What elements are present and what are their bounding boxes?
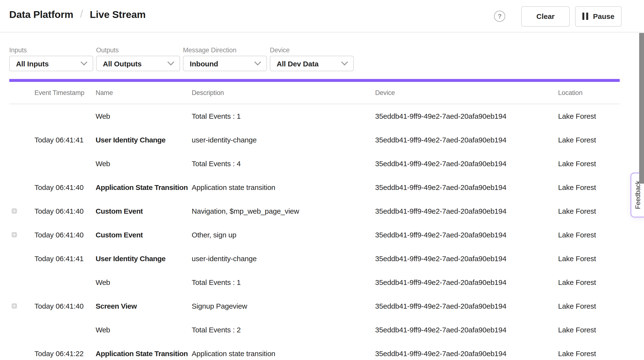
event-location-cell: Lake Forest: [558, 302, 620, 310]
event-location-cell: Lake Forest: [558, 112, 620, 120]
filter-device-label: Device: [270, 47, 354, 53]
vertical-scrollbar-thumb[interactable]: [639, 33, 644, 184]
event-description-cell: Total Events : 4: [192, 160, 375, 168]
event-name-cell: Web: [96, 278, 192, 286]
event-device-cell: 35eddb41-9ff9-49e2-7aed-20afa90eb194: [375, 112, 558, 120]
table-row[interactable]: Today 06:41:40 Custom Event Other, sign …: [9, 223, 620, 247]
event-device-cell: 35eddb41-9ff9-49e2-7aed-20afa90eb194: [375, 207, 558, 215]
event-timestamp-cell: Today 06:41:22: [34, 349, 96, 358]
event-description-cell: Application state transition: [192, 183, 375, 191]
event-device-cell: 35eddb41-9ff9-49e2-7aed-20afa90eb194: [375, 136, 558, 144]
event-name-cell: Application State Transition: [96, 183, 192, 191]
expand-cell: [9, 327, 34, 332]
message-direction-select-value: Inbound: [190, 59, 255, 68]
event-device-cell: 35eddb41-9ff9-49e2-7aed-20afa90eb194: [375, 349, 558, 358]
filter-outputs: Outputs All Outputs: [96, 47, 180, 71]
event-name-cell: User Identity Change: [96, 254, 192, 263]
chevron-down-icon: [341, 59, 348, 65]
page-header: Data Platform / Live Stream ? Clear Paus…: [0, 0, 644, 32]
table-row[interactable]: Web Total Events : 4 35eddb41-9ff9-49e2-…: [9, 152, 620, 176]
table-row[interactable]: Today 06:41:22 Application State Transit…: [9, 342, 620, 360]
event-description-cell: user-identity-change: [192, 254, 375, 263]
outputs-select[interactable]: All Outputs: [96, 56, 180, 71]
inputs-select-value: All Inputs: [16, 59, 82, 68]
column-event-timestamp: Event Timestamp: [34, 89, 96, 96]
pause-button-label: Pause: [593, 12, 614, 20]
event-timestamp-cell: Today 06:41:41: [34, 254, 96, 263]
column-description: Description: [192, 89, 375, 96]
table-row[interactable]: Today 06:41:40 Screen View Signup Pagevi…: [9, 294, 620, 318]
chevron-down-icon: [80, 59, 87, 65]
event-name-cell: User Identity Change: [96, 136, 192, 144]
event-timestamp-cell: Today 06:41:41: [34, 136, 96, 144]
clear-button-label: Clear: [536, 12, 554, 20]
event-device-cell: 35eddb41-9ff9-49e2-7aed-20afa90eb194: [375, 326, 558, 334]
event-location-cell: Lake Forest: [558, 183, 620, 191]
expand-cell: [9, 137, 34, 143]
feedback-tab-label: Feedback: [634, 181, 642, 209]
column-device: Device: [375, 89, 558, 96]
event-description-cell: Total Events : 2: [192, 326, 375, 334]
breadcrumb: Data Platform / Live Stream: [9, 8, 146, 21]
message-direction-select[interactable]: Inbound: [183, 56, 267, 71]
expand-cell: [9, 161, 34, 166]
chevron-down-icon: [254, 59, 261, 65]
breadcrumb-data-platform[interactable]: Data Platform: [9, 9, 73, 20]
expand-cell: [9, 113, 34, 119]
clear-button[interactable]: Clear: [521, 6, 570, 26]
expand-cell: [9, 351, 34, 356]
column-location: Location: [558, 89, 620, 96]
chevron-down-icon: [168, 59, 174, 65]
breadcrumb-live-stream: Live Stream: [90, 9, 146, 20]
expand-cell: [9, 184, 34, 190]
table-header-row: Event Timestamp Name Description Device …: [9, 82, 620, 104]
expand-cell: [9, 303, 34, 309]
table-row[interactable]: Web Total Events : 1 35eddb41-9ff9-49e2-…: [9, 270, 620, 294]
filter-device: Device All Dev Data: [270, 47, 354, 71]
table-row[interactable]: Web Total Events : 2 35eddb41-9ff9-49e2-…: [9, 318, 620, 342]
event-description-cell: user-identity-change: [192, 136, 375, 144]
table-row[interactable]: Today 06:41:41 User Identity Change user…: [9, 247, 620, 270]
event-device-cell: 35eddb41-9ff9-49e2-7aed-20afa90eb194: [375, 183, 558, 191]
event-name-cell: Screen View: [96, 302, 192, 310]
table-body: Web Total Events : 1 35eddb41-9ff9-49e2-…: [9, 104, 620, 360]
help-icon[interactable]: ?: [494, 11, 505, 22]
event-location-cell: Lake Forest: [558, 160, 620, 168]
filter-message-direction: Message Direction Inbound: [183, 47, 267, 71]
event-name-cell: Web: [96, 112, 192, 120]
event-device-cell: 35eddb41-9ff9-49e2-7aed-20afa90eb194: [375, 231, 558, 239]
expand-button[interactable]: [12, 303, 17, 309]
table-row[interactable]: Today 06:41:40 Custom Event Navigation, …: [9, 199, 620, 223]
table-row[interactable]: Today 06:41:40 Application State Transit…: [9, 176, 620, 199]
filter-inputs-label: Inputs: [9, 47, 93, 53]
event-location-cell: Lake Forest: [558, 326, 620, 334]
column-name: Name: [96, 89, 192, 96]
event-location-cell: Lake Forest: [558, 231, 620, 239]
expand-button[interactable]: [12, 232, 17, 237]
expand-cell: [9, 208, 34, 214]
event-location-cell: Lake Forest: [558, 278, 620, 286]
event-location-cell: Lake Forest: [558, 207, 620, 215]
event-timestamp-cell: Today 06:41:40: [34, 207, 96, 215]
table-row[interactable]: Today 06:41:41 User Identity Change user…: [9, 128, 620, 152]
table-row[interactable]: Web Total Events : 1 35eddb41-9ff9-49e2-…: [9, 104, 620, 128]
expand-button[interactable]: [12, 208, 17, 214]
event-timestamp-cell: Today 06:41:40: [34, 231, 96, 239]
event-timestamp-cell: Today 06:41:40: [34, 183, 96, 191]
event-description-cell: Signup Pageview: [192, 302, 375, 310]
pause-icon: [582, 12, 588, 20]
event-location-cell: Lake Forest: [558, 254, 620, 263]
filter-bar: Inputs All Inputs Outputs All Outputs Me…: [0, 32, 644, 71]
event-table: Event Timestamp Name Description Device …: [9, 82, 620, 360]
event-name-cell: Custom Event: [96, 207, 192, 215]
event-device-cell: 35eddb41-9ff9-49e2-7aed-20afa90eb194: [375, 254, 558, 263]
stream-progress-bar: [9, 79, 620, 82]
event-description-cell: Other, sign up: [192, 231, 375, 239]
inputs-select[interactable]: All Inputs: [9, 56, 93, 71]
filter-message-direction-label: Message Direction: [183, 47, 267, 53]
event-name-cell: Custom Event: [96, 231, 192, 239]
filter-outputs-label: Outputs: [96, 47, 180, 53]
event-description-cell: Total Events : 1: [192, 278, 375, 286]
device-select[interactable]: All Dev Data: [270, 56, 354, 71]
pause-button[interactable]: Pause: [575, 6, 622, 26]
